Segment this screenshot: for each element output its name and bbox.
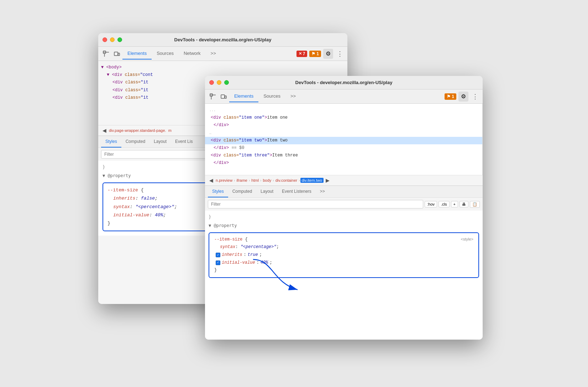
front-tree-dots: … [205,129,482,137]
window-title-front: DevTools - developer.mozilla.org/en-US/p… [209,80,478,85]
warning-count-back: 1 [316,51,319,56]
device-icon[interactable] [112,49,122,59]
sub-tab-layout-front[interactable]: Layout [256,186,278,197]
front-tree-3: </div> [205,122,482,129]
at-rule-front: ▼ @property [209,223,237,228]
filter-print-btn[interactable]: 🖶 [460,201,468,207]
tab-more-back[interactable]: >> [206,48,221,60]
tab-elements-back[interactable]: Elements [122,48,152,60]
toolbar-right-back: ✕ 7 ⚑ 1 ⚙ ⋮ [296,49,345,59]
warning-icon: ⚑ [311,51,315,56]
bc-body[interactable]: body [262,177,272,183]
sub-tab-styles-front[interactable]: Styles [208,186,228,197]
breadcrumb-short-back[interactable]: m [167,128,173,133]
tree-line-1: ▼ <body> [98,64,347,71]
svg-rect-4 [118,53,120,56]
source-tag: <style> [461,236,473,244]
bc-item-two[interactable]: div.item.two [300,178,324,183]
warning-badge-back: ⚑ 1 [309,51,321,57]
breadcrumb-bar-front: ◀ n.preview › iframe › html › body › div… [205,175,483,186]
error-badge-back: ✕ 7 [296,51,308,57]
front-tree-7: </div> [205,159,482,167]
sub-tab-styles-back[interactable]: Styles [101,136,121,148]
bc-preview[interactable]: n.preview [215,177,233,183]
inspect-icon-front[interactable] [208,92,218,102]
filter-input-front[interactable] [208,200,423,208]
devtools-window-front: DevTools - developer.mozilla.org/en-US/p… [205,76,483,340]
warning-count-front: 1 [452,94,454,99]
maximize-button-front[interactable] [224,80,229,85]
traffic-lights-back [103,37,122,42]
more-button-back[interactable]: ⋮ [335,50,345,58]
filter-cls-btn[interactable]: .cls [439,201,450,207]
at-rule-back: ▼ @property [103,173,131,178]
breadcrumb-back-btn[interactable]: ◀ [101,127,108,134]
filter-bar-front: :hov .cls + 🖶 📋 [205,198,483,211]
more-button-front[interactable]: ⋮ [471,93,480,100]
title-bar-back: DevTools - developer.mozilla.org/en-US/p… [98,33,347,47]
filter-add-btn[interactable]: + [451,201,458,207]
front-tree-2: <div class="item one">item one [205,114,482,122]
main-content-front: ... <div class="item one">item one </div… [205,104,483,340]
front-tree-4: <div class="item two">Item two [205,137,482,144]
minimize-button-front[interactable] [217,80,221,85]
bc-container[interactable]: div.container [274,177,299,183]
sub-tab-eventlis-front[interactable]: Event Listeners [278,186,316,197]
breadcrumb-path-back[interactable]: div.page-wrapper.standard-page. [108,128,167,133]
svg-rect-8 [221,95,225,98]
sub-tab-computed-back[interactable]: Computed [121,136,149,148]
css-row-initial: initial-value: 40%; [214,259,473,267]
sub-panel-front: Styles Computed Layout Event Listeners >… [205,186,483,340]
filter-row-front: :hov .cls + 🖶 📋 [208,200,480,208]
close-button-back[interactable] [103,37,107,42]
css-content-front: } ▼ @property --item-size { <style> synt… [205,211,483,340]
filter-clipboard-btn[interactable]: 📋 [470,201,480,208]
minimize-button-back[interactable] [110,37,115,42]
property-block-front: --item-size { <style> syntax: "<percenta… [209,232,479,278]
bc-html[interactable]: html [250,177,260,183]
breadcrumb-back-btn-front[interactable]: ◀ [208,177,215,184]
scene: DevTools - developer.mozilla.org/en-US/p… [98,33,490,354]
bc-iframe[interactable]: iframe [235,177,248,183]
toolbar-back: Elements Sources Network >> ✕ 7 ⚑ 1 ⚙ ⋮ [98,47,347,61]
tab-bar-front: Elements Sources >> [229,91,444,102]
sub-tab-computed-front[interactable]: Computed [228,186,256,197]
window-title-back: DevTools - developer.mozilla.org/en-US/p… [103,37,343,42]
error-count-back: 7 [303,51,305,56]
toolbar-front: Elements Sources >> ⚑ 1 ⚙ ⋮ [205,89,483,104]
tab-elements-front[interactable]: Elements [229,91,258,102]
svg-rect-3 [114,52,118,56]
css-row-inherits: inherits: true; [214,251,473,259]
device-icon-front[interactable] [219,92,229,102]
initial-value-checkbox[interactable] [216,260,220,265]
front-tree-1: ... [205,107,482,114]
sub-tabs-front: Styles Computed Layout Event Listeners >… [205,186,483,198]
sub-tab-more-front[interactable]: >> [316,186,329,197]
html-tree-front: ... <div class="item one">item one </div… [205,104,483,175]
traffic-lights-front [209,80,229,85]
sub-tab-eventlis-back[interactable]: Event Lis [171,136,197,148]
breadcrumb-forward-btn-front[interactable]: ▶ [324,177,331,184]
maximize-button-back[interactable] [117,37,122,42]
warning-badge-front: ⚑ 1 [445,93,456,100]
front-tree-6: <div class="item three">Item three [205,152,482,159]
front-tree-5: </div> == $0 [205,144,482,152]
svg-rect-9 [225,96,226,98]
tab-sources-front[interactable]: Sources [258,91,285,102]
inspect-icon[interactable] [101,49,111,59]
tab-bar-back: Elements Sources Network >> [122,48,296,60]
tab-network-back[interactable]: Network [179,48,206,60]
tab-more-front[interactable]: >> [285,91,301,102]
toolbar-right-front: ⚑ 1 ⚙ ⋮ [445,92,480,102]
inherits-checkbox[interactable] [216,253,220,257]
title-bar-front: DevTools - developer.mozilla.org/en-US/p… [205,76,483,89]
warning-icon-front: ⚑ [447,94,451,99]
gear-button-front[interactable]: ⚙ [458,92,468,102]
close-button-front[interactable] [209,80,214,85]
tab-sources-back[interactable]: Sources [152,48,179,60]
filter-hov-btn[interactable]: :hov [425,201,437,207]
gear-button-back[interactable]: ⚙ [323,49,333,59]
sub-tab-layout-back[interactable]: Layout [149,136,171,148]
error-x-icon: ✕ [299,51,302,56]
